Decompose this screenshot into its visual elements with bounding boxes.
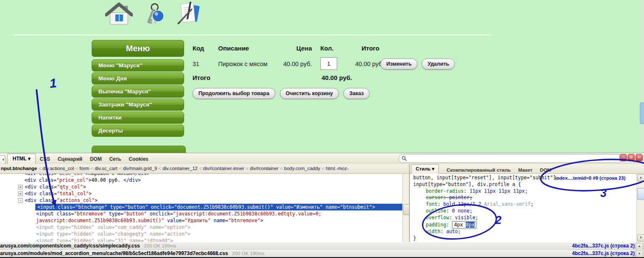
style-tab-dom[interactable]: DOM	[540, 168, 552, 174]
item-row-buttons: Изменить Удалить	[380, 59, 455, 69]
menu-item[interactable]: Выпечка "Маруся"	[92, 85, 184, 98]
page-scrollbar-thumb[interactable]	[640, 102, 644, 124]
cart-action-button[interactable]: Очистить корзину	[280, 88, 339, 99]
firebug-search-box	[399, 154, 623, 163]
tree-row[interactable]: -<div class="actions_col">	[0, 197, 402, 204]
css-property-outline[interactable]: outline: 0 none;	[413, 208, 636, 215]
breadcrumb: nput.btnchange < div.actions_col < form …	[1, 166, 348, 171]
firebug-menu-icon[interactable]: ▾	[0, 155, 5, 164]
firebug-tab-dom[interactable]: DOM	[86, 154, 106, 164]
cart-action-button[interactable]: Заказ	[343, 88, 370, 99]
expand-icon[interactable]: +	[18, 192, 23, 196]
scroll-down-button[interactable]: ▼	[637, 234, 644, 242]
keys-icon[interactable]	[143, 3, 166, 27]
menu-item[interactable]: Напитки	[92, 112, 184, 124]
scroll-up-button[interactable]: ▲	[637, 174, 644, 181]
breadcrumb-item[interactable]: form	[79, 166, 89, 171]
delete-item-button[interactable]: Удалить	[422, 59, 455, 69]
firebug-tab-list: HTML ▾CSSСценарийDOMСетьCookies	[7, 154, 152, 164]
item-code: 31	[193, 61, 199, 67]
home-icon[interactable]	[105, 2, 133, 27]
firebug-tab-cookies[interactable]: Cookies	[125, 154, 152, 164]
html-tree: <div class="desc_col">Пирожок с мясом</d…	[0, 174, 402, 242]
breadcrumb-item[interactable]: html.-moz-	[326, 166, 348, 171]
breadcrumb-path: < div.actions_col < form < div.sc_cart <…	[37, 166, 348, 171]
style-prop-list: border-radius: 11px 11px 11px 11px;curso…	[413, 188, 636, 236]
css-property-cursor[interactable]: cursor: pointer;	[413, 194, 636, 201]
html-panel-scrollbar[interactable]	[402, 174, 409, 242]
net-source-link[interactable]: 4bc2fa...337c.js (строка 2)	[572, 250, 635, 256]
scroll-down-button[interactable]: ▼	[636, 250, 643, 258]
expand-icon[interactable]: +	[18, 185, 23, 189]
firebug-tab-сеть[interactable]: Сеть	[106, 154, 125, 164]
detach-button[interactable]: ⧉	[628, 154, 635, 161]
breadcrumb-item[interactable]: div#container-inner	[203, 166, 244, 171]
cart-action-button[interactable]: Продолжить выбор товара	[193, 88, 275, 99]
selected-node-row[interactable]: <input class="btnchange" type="button" o…	[35, 204, 402, 210]
tree-row[interactable]: <input type="hidden" value="com_caddy" n…	[0, 224, 402, 231]
notes-icon[interactable]	[176, 2, 202, 27]
breadcrumb-item[interactable]: body.com_caddy	[284, 166, 320, 171]
tree-row[interactable]: +<div class="total_col">	[0, 190, 402, 197]
css-property-width[interactable]: width: auto;	[413, 229, 636, 235]
cart-total-label: Итого	[193, 74, 210, 81]
breadcrumb-separator: <	[244, 166, 250, 171]
menu-item[interactable]: Меню Дня	[92, 72, 184, 85]
css-property-border-radius[interactable]: border-radius: 11px 11px 11px 11px;	[413, 188, 636, 195]
edit-item-button[interactable]: Изменить	[380, 59, 417, 69]
scroll-up-button[interactable]: ▲	[636, 243, 643, 250]
css-panel-scrollbar-thumb[interactable]	[637, 188, 644, 200]
tree-row[interactable]: <input type="hidden" value="changeqty" n…	[0, 231, 402, 237]
style-tab-стиль[interactable]: Стиль ▾	[411, 164, 439, 174]
menu-item[interactable]: Меню "Маруся"	[92, 59, 184, 72]
col-header-code: Код	[193, 45, 204, 52]
tree-row[interactable]: <div class="desc_col">Пирожок с мясом</d…	[0, 174, 402, 177]
page-scrollbar[interactable]	[639, 0, 644, 153]
css-property-font[interactable]: font: bold 12px/1.2 Arial,sans-serif;	[413, 201, 636, 208]
breadcrumb-item[interactable]: div.sc_cart	[95, 166, 117, 171]
net-log-row[interactable]: arusya.com/components/com_caddy/css/simp…	[0, 242, 644, 250]
firebug-tab-html[interactable]: HTML ▾	[7, 154, 36, 164]
breadcrumb-item[interactable]: div#container	[250, 166, 278, 171]
minimize-button[interactable]: −	[620, 154, 627, 161]
css-property-overflow[interactable]: overflow: visible;	[413, 215, 636, 221]
accordion-menu: Меню Меню "Маруся"Меню ДняВыпечка "Марус…	[92, 40, 184, 138]
breadcrumb-separator: <	[198, 166, 203, 171]
net-url: arusya.com/modules/mod_accordion_menu/ca…	[0, 250, 228, 256]
menu-partial-button[interactable]	[92, 146, 186, 153]
collapse-icon[interactable]: -	[18, 198, 23, 203]
quantity-input[interactable]	[320, 57, 337, 70]
style-tab-макет[interactable]: Макет	[518, 168, 533, 174]
tree-row[interactable]: +<div class="qty_col">	[0, 184, 402, 190]
power-button[interactable]: ⊙	[636, 154, 643, 161]
menu-item[interactable]: Завтраки "Маруся"	[92, 98, 184, 111]
padding-edit-input[interactable]: 4px 8px	[452, 221, 476, 229]
menu-item[interactable]: Десерты	[92, 125, 184, 137]
net-source-link[interactable]: 4bc2fa...337c.js (строка 2)	[572, 243, 635, 249]
breadcrumb-item[interactable]: div.actions_col	[42, 166, 74, 171]
breadcrumb-item[interactable]: div#main.grid_9	[123, 166, 157, 171]
net-log: arusya.com/components/com_caddy/css/simp…	[0, 242, 644, 257]
col-header-desc: Описание	[218, 45, 249, 52]
firebug-tab-сценарий[interactable]: Сценарий	[54, 154, 86, 164]
breadcrumb-item[interactable]: div.container_12	[163, 166, 198, 171]
net-log-row[interactable]: arusya.com/modules/mod_accordion_menu/ca…	[0, 250, 644, 257]
css-source-link[interactable]: index....temid=0 #9 (строка 23)	[555, 175, 626, 182]
tree-row[interactable]: <input class="btnremove" type="button" o…	[0, 210, 402, 217]
tree-row[interactable]: javascript:document.Z51b9838c60b93.submi…	[0, 217, 402, 224]
breadcrumb-separator: <	[157, 166, 163, 171]
css-selector-line2: input[type="button"], div.profile a {	[413, 181, 636, 188]
search-icon	[401, 156, 407, 161]
breadcrumb-selected[interactable]: nput.btnchange	[1, 166, 37, 171]
menu-title: Меню	[92, 40, 184, 57]
breadcrumb-separator: <	[320, 166, 326, 171]
css-property-padding[interactable]: padding: 4px 8px	[413, 221, 636, 229]
firebug-tab-css[interactable]: CSS	[36, 154, 54, 164]
search-input[interactable]	[407, 155, 622, 162]
style-tab-скомпилированный-стиль[interactable]: Скомпилированный стиль	[446, 168, 511, 174]
tree-row[interactable]: <div class="price_col">40.00 руб. </div>	[0, 177, 402, 184]
tree-row[interactable]: <input type="hidden" value="31" name="id…	[0, 237, 402, 242]
firebug-window-buttons: −⧉⊙	[620, 154, 643, 161]
css-panel-scrollbar[interactable]: ▲ ▼	[636, 174, 644, 242]
item-price: 40.00 руб.	[274, 61, 312, 67]
